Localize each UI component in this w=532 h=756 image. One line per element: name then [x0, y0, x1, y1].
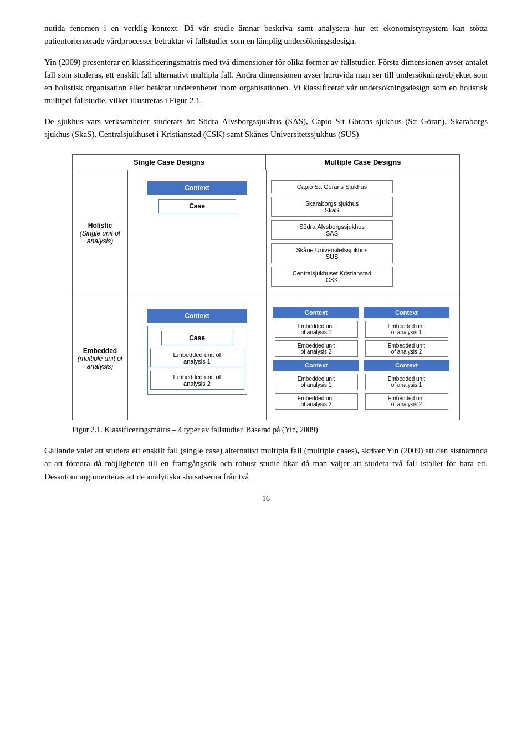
- diagram-header: Single Case Designs Multiple Case Design…: [73, 155, 459, 170]
- context-group-2: Context Embedded unitof analysis 1 Embed…: [364, 307, 449, 410]
- hospital-2: Skaraborgs sjukhusSkaS: [271, 197, 393, 217]
- hospital-5: Centralsjukhuset KristianstadCSK: [271, 267, 393, 287]
- paragraph-1: nutida fenomen i en verklig kontext. Då …: [44, 22, 488, 48]
- classification-matrix: Single Case Designs Multiple Case Design…: [72, 154, 460, 420]
- eu1-g1b: Embedded unitof analysis 1: [275, 374, 358, 390]
- paragraph-2: Yin (2009) presenterar en klassificering…: [44, 56, 488, 108]
- hospital-3: Södra ÄlvsborgssjukhusSÄS: [271, 220, 393, 240]
- hospital-list: Capio S:t Görans Sjukhus Skaraborgs sjuk…: [271, 176, 455, 291]
- eu2-g1b: Embedded unitof analysis 2: [275, 393, 358, 410]
- hospital-4: Skåne UniversitetssjukhusSUS: [271, 243, 393, 263]
- context-label-g2b: Context: [364, 360, 449, 371]
- figure-caption: Figur 2.1. Klassificeringsmatris – 4 typ…: [72, 426, 460, 435]
- embedded-row: Embedded(multiple unit ofanalysis) Conte…: [73, 297, 459, 420]
- hospital-1: Capio S:t Görans Sjukhus: [271, 180, 393, 193]
- holistic-single-cell: Context Case: [128, 170, 267, 297]
- context-box-embedded: Context: [147, 309, 247, 323]
- eu2-g2b: Embedded unitof analysis 2: [365, 393, 448, 410]
- embedded-multi-cell: Context Embedded unitof analysis 1 Embed…: [267, 297, 459, 420]
- page-number: 16: [44, 494, 488, 503]
- embedded-unit-2-single: Embedded unit ofanalysis 2: [150, 371, 244, 390]
- header-multiple-case: Multiple Case Designs: [266, 155, 459, 170]
- eu1-g1: Embedded unitof analysis 1: [275, 321, 358, 338]
- holistic-row: Holistic(Single unit ofanalysis) Context…: [73, 170, 459, 297]
- context-box-holistic: Context: [147, 181, 247, 195]
- case-box-holistic: Case: [158, 199, 236, 213]
- multi-embedded-groups: Context Embedded unitof analysis 1 Embed…: [271, 303, 455, 414]
- eu1-g2b: Embedded unitof analysis 1: [365, 374, 448, 390]
- paragraph-4: Gällande valet att studera ett enskilt f…: [44, 445, 488, 483]
- context-label-g1b: Context: [273, 360, 359, 371]
- embedded-single-design: Context Case Embedded unit ofanalysis 1 …: [132, 304, 262, 400]
- eu1-g2: Embedded unitof analysis 1: [365, 321, 448, 338]
- context-label-g2: Context: [364, 307, 449, 318]
- embedded-label: Embedded(multiple unit ofanalysis): [73, 297, 128, 420]
- figure-diagram: Single Case Designs Multiple Case Design…: [72, 154, 460, 435]
- context-group-1: Context Embedded unitof analysis 1 Embed…: [273, 307, 359, 410]
- case-box-embedded: Case: [161, 331, 233, 345]
- holistic-multi-cell: Capio S:t Görans Sjukhus Skaraborgs sjuk…: [267, 170, 459, 297]
- holistic-label: Holistic(Single unit ofanalysis): [73, 170, 128, 297]
- paragraph-3: De sjukhus vars verksamheter studerats ä…: [44, 115, 488, 141]
- embedded-unit-1-single: Embedded unit ofanalysis 1: [150, 349, 244, 367]
- eu2-g1: Embedded unitof analysis 2: [275, 340, 358, 357]
- header-single-case: Single Case Designs: [73, 155, 266, 170]
- eu2-g2: Embedded unitof analysis 2: [365, 340, 448, 357]
- context-label-g1: Context: [273, 307, 359, 318]
- holistic-single-design: Context Case: [132, 176, 262, 219]
- embedded-single-cell: Context Case Embedded unit ofanalysis 1 …: [128, 297, 267, 420]
